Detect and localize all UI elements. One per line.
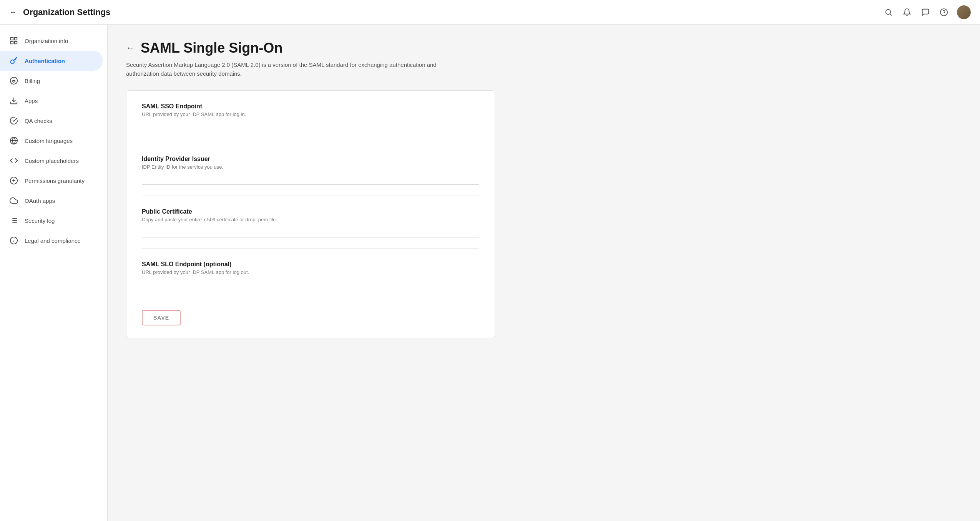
sidebar-item-legal-compliance[interactable]: Legal and compliance <box>0 231 107 251</box>
field-label-identity-provider-issuer: Identity Provider Issuer <box>142 156 479 163</box>
field-desc-identity-provider-issuer: IDP Entity ID for the service you use. <box>142 164 479 170</box>
list-icon <box>9 216 18 225</box>
saml-form-card: SAML SSO Endpoint URL provided by your I… <box>126 90 495 338</box>
grid-icon <box>9 36 18 45</box>
search-icon[interactable] <box>883 7 894 18</box>
field-saml-slo-endpoint: SAML SLO Endpoint (optional) URL provide… <box>142 261 479 301</box>
sidebar-item-permissions-granularity[interactable]: Permissions granularity <box>0 171 107 191</box>
header-back-button[interactable]: ← <box>9 8 17 17</box>
sidebar-item-qa-checks[interactable]: QA checks <box>0 111 107 131</box>
sidebar-label: Custom languages <box>25 138 73 144</box>
notifications-icon[interactable] <box>902 7 912 18</box>
sidebar-item-oauth-apps[interactable]: OAuth apps <box>0 191 107 211</box>
dollar-icon <box>9 76 18 85</box>
svg-line-1 <box>890 14 892 15</box>
avatar[interactable] <box>957 5 971 19</box>
svg-rect-4 <box>11 38 13 40</box>
field-desc-public-certificate: Copy and paste your entire x.509 certifi… <box>142 217 479 222</box>
sidebar-label: Permissions granularity <box>25 178 85 184</box>
field-saml-sso-endpoint: SAML SSO Endpoint URL provided by your I… <box>142 103 479 143</box>
sidebar-item-custom-languages[interactable]: Custom languages <box>0 131 107 151</box>
layout: Organization info Authentication Billing… <box>0 25 980 521</box>
sidebar-label: Authentication <box>25 58 65 64</box>
download-icon <box>9 96 18 105</box>
plus-circle-icon <box>9 176 18 185</box>
field-input-public-certificate[interactable] <box>142 226 479 237</box>
page-description: Security Assertion Markup Language 2.0 (… <box>126 61 457 78</box>
saml-page-title: SAML Single Sign-On <box>141 40 282 56</box>
svg-rect-5 <box>15 38 17 40</box>
field-input-saml-slo-endpoint[interactable] <box>142 279 479 290</box>
sidebar-label: Billing <box>25 78 40 84</box>
field-label-saml-slo-endpoint: SAML SLO Endpoint (optional) <box>142 261 479 268</box>
sidebar-item-security-log[interactable]: Security log <box>0 211 107 231</box>
code-icon <box>9 156 18 165</box>
sidebar: Organization info Authentication Billing… <box>0 25 108 521</box>
field-desc-saml-slo-endpoint: URL provided by your IDP SAML app for lo… <box>142 269 479 275</box>
sidebar-label: Legal and compliance <box>25 237 81 244</box>
main-content: ← SAML Single Sign-On Security Assertion… <box>108 25 980 521</box>
sidebar-label: QA checks <box>25 118 52 124</box>
cloud-icon <box>9 196 18 205</box>
sidebar-item-authentication[interactable]: Authentication <box>0 51 103 71</box>
page-back-button[interactable]: ← <box>126 43 135 53</box>
field-label-public-certificate: Public Certificate <box>142 208 479 215</box>
header: ← Organization Settings <box>0 0 980 25</box>
svg-rect-7 <box>11 41 13 44</box>
sidebar-item-apps[interactable]: Apps <box>0 91 107 111</box>
field-label-saml-sso-endpoint: SAML SSO Endpoint <box>142 103 479 110</box>
sidebar-label: Custom placeholders <box>25 158 79 164</box>
field-identity-provider-issuer: Identity Provider Issuer IDP Entity ID f… <box>142 156 479 196</box>
help-icon[interactable] <box>938 7 949 18</box>
header-icons <box>883 5 971 19</box>
key-icon <box>9 56 18 65</box>
page-header: ← SAML Single Sign-On <box>126 40 962 56</box>
field-desc-saml-sso-endpoint: URL provided by your IDP SAML app for lo… <box>142 111 479 117</box>
info-icon <box>9 236 18 245</box>
sidebar-label: Apps <box>25 98 38 104</box>
messages-icon[interactable] <box>920 7 931 18</box>
svg-rect-6 <box>15 41 17 44</box>
field-public-certificate: Public Certificate Copy and paste your e… <box>142 208 479 249</box>
header-left: ← Organization Settings <box>9 7 110 17</box>
sidebar-label: Security log <box>25 217 55 224</box>
save-button[interactable]: SAVE <box>142 310 181 325</box>
sidebar-item-custom-placeholders[interactable]: Custom placeholders <box>0 151 107 171</box>
sidebar-label: Organization info <box>25 38 68 44</box>
globe-icon <box>9 136 18 145</box>
sidebar-item-org-info[interactable]: Organization info <box>0 31 107 51</box>
svg-point-0 <box>886 9 891 14</box>
field-input-saml-sso-endpoint[interactable] <box>142 121 479 132</box>
check-circle-icon <box>9 116 18 125</box>
field-input-identity-provider-issuer[interactable] <box>142 174 479 185</box>
sidebar-label: OAuth apps <box>25 197 55 204</box>
sidebar-item-billing[interactable]: Billing <box>0 71 107 91</box>
page-title: Organization Settings <box>23 7 110 17</box>
